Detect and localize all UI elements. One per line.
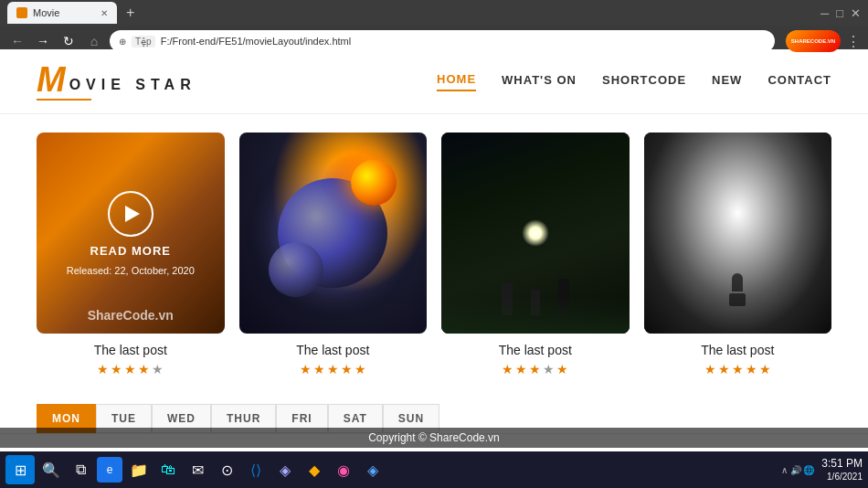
cards-section: READ MORE Released: 22, October, 2020 Sh…	[0, 114, 868, 395]
edge-icon[interactable]: e	[97, 457, 122, 483]
card-title-3: The last post	[499, 343, 572, 357]
browser-tab[interactable]: Movie ✕	[7, 2, 117, 24]
app8-icon[interactable]: ◉	[331, 457, 356, 483]
meteor-shape	[351, 160, 397, 206]
card-overlay-1: READ MORE Released: 22, October, 2020	[37, 133, 225, 334]
card-image-3[interactable]	[441, 133, 630, 334]
clock-time: 3:51 PM	[821, 457, 863, 472]
home-button[interactable]: ⌂	[84, 31, 104, 51]
clock-date: 1/6/2021	[821, 471, 863, 483]
card-stars-2: ★ ★ ★ ★ ★	[300, 362, 366, 377]
browser-controls: ← → ↻ ⌂ ⊕ Tệp F:/Front-end/FE51/movieLay…	[0, 26, 868, 57]
nav-item-home[interactable]: HOME	[437, 72, 476, 91]
taskbar-clock[interactable]: 3:51 PM 1/6/2021	[821, 457, 863, 483]
app6-icon[interactable]: ◈	[272, 457, 298, 483]
day-tabs: MON TUE WED THUR FRI SAT SUN	[0, 395, 868, 434]
start-button[interactable]: ⊞	[5, 455, 35, 484]
star-2-1: ★	[300, 362, 312, 377]
card-3: The last post ★ ★ ★ ★ ★	[441, 133, 630, 377]
explorer-icon[interactable]: 📁	[126, 457, 152, 483]
task-view-icon[interactable]: ⧉	[68, 457, 93, 483]
day-tab-tue[interactable]: TUE	[96, 404, 152, 433]
maximize-button[interactable]: □	[836, 6, 843, 20]
logo: M OVIE STAR	[37, 62, 196, 101]
day-tab-sun[interactable]: SUN	[383, 404, 439, 433]
reflection	[441, 297, 630, 334]
watermark-1: ShareCode.vn	[37, 308, 225, 323]
address-bar[interactable]: ⊕ Tệp F:/Front-end/FE51/movieLayout/inde…	[110, 30, 775, 52]
star-1-1: ★	[97, 362, 109, 377]
card-1: READ MORE Released: 22, October, 2020 Sh…	[37, 133, 225, 377]
lock-icon: ⊕	[119, 37, 126, 47]
back-button[interactable]: ←	[7, 31, 27, 51]
tep-label: Tệp	[132, 36, 155, 48]
star-1-2: ★	[111, 362, 122, 377]
new-tab-button[interactable]: +	[121, 5, 140, 21]
planet-visual	[239, 133, 428, 334]
star-3-5: ★	[556, 362, 568, 377]
logo-m: M	[37, 62, 66, 97]
reload-button[interactable]: ↻	[58, 31, 79, 51]
forward-button[interactable]: →	[33, 31, 53, 51]
star-1-4: ★	[138, 362, 150, 377]
nav-item-contact[interactable]: CONTACT	[767, 73, 831, 90]
play-icon-1	[125, 206, 140, 222]
address-text: F:/Front-end/FE51/movieLayout/index.html	[161, 36, 351, 47]
nav-item-shortcode[interactable]: SHORTCODE	[602, 73, 686, 90]
store-icon[interactable]: 🛍	[155, 457, 181, 483]
star-3-2: ★	[515, 362, 527, 377]
logo-underline	[37, 99, 91, 101]
card-image-4[interactable]	[644, 133, 832, 334]
day-tab-fri[interactable]: FRI	[276, 404, 327, 433]
card-image-2[interactable]	[239, 133, 428, 334]
star-1-5: ★	[152, 362, 164, 377]
star-3-1: ★	[502, 362, 513, 377]
card-stars-1: ★ ★ ★ ★ ★	[97, 362, 164, 377]
vscode-icon[interactable]: ⟨⟩	[243, 457, 269, 483]
browser-chrome: Movie ✕ + ─ □ ✕ ← → ↻ ⌂ ⊕ Tệp F:/Front-e…	[0, 0, 868, 49]
day-tab-sat[interactable]: SAT	[328, 404, 383, 433]
search-taskbar-icon[interactable]: 🔍	[38, 457, 64, 483]
logo-text: OVIE STAR	[69, 77, 196, 93]
star-4-4: ★	[746, 362, 757, 377]
person-silhouette	[729, 273, 746, 306]
tab-bar: Movie ✕ + ─ □ ✕	[0, 0, 868, 26]
taskbar: ⊞ 🔍 ⧉ e 📁 🛍 ✉ ⊙ ⟨⟩ ◈ ◆ ◉ ◈ ∧ 🔊 🌐 3:51 PM…	[0, 451, 868, 488]
star-4-5: ★	[759, 362, 771, 377]
card-image-1[interactable]: READ MORE Released: 22, October, 2020 Sh…	[37, 133, 225, 334]
site-nav: HOME WHAT'S ON SHORTCODE NEW CONTACT	[437, 72, 831, 91]
nav-item-whats-on[interactable]: WHAT'S ON	[502, 73, 577, 90]
close-window-button[interactable]: ✕	[851, 6, 861, 20]
extensions-button[interactable]: ⋮	[846, 33, 861, 50]
tab-favicon	[16, 7, 27, 18]
minimize-button[interactable]: ─	[820, 6, 829, 20]
system-tray: ∧ 🔊 🌐	[781, 465, 815, 475]
star-4-2: ★	[718, 362, 730, 377]
app7-icon[interactable]: ◆	[302, 457, 327, 483]
taskbar-right: ∧ 🔊 🌐 3:51 PM 1/6/2021	[781, 457, 863, 483]
tab-label: Movie	[33, 7, 59, 18]
card-title-4: The last post	[701, 343, 774, 357]
day-tab-wed[interactable]: WED	[152, 404, 211, 433]
sharecode-logo: SHARECODE.VN	[786, 30, 841, 52]
chrome-icon[interactable]: ⊙	[214, 457, 239, 483]
star-1-3: ★	[124, 362, 136, 377]
app9-icon[interactable]: ◈	[360, 457, 386, 483]
cards-grid: READ MORE Released: 22, October, 2020 Sh…	[37, 133, 831, 377]
site-header: M OVIE STAR HOME WHAT'S ON SHORTCODE NEW…	[0, 49, 868, 114]
mail-icon[interactable]: ✉	[185, 457, 210, 483]
nav-item-new[interactable]: NEW	[712, 73, 742, 90]
star-4-1: ★	[704, 362, 716, 377]
card-stars-3: ★ ★ ★ ★ ★	[502, 362, 568, 377]
star-4-3: ★	[732, 362, 744, 377]
tab-close-button[interactable]: ✕	[101, 8, 108, 18]
star-2-5: ★	[355, 362, 366, 377]
star-2-3: ★	[327, 362, 339, 377]
card-stars-4: ★ ★ ★ ★ ★	[704, 362, 771, 377]
card-title-1: The last post	[94, 343, 167, 357]
read-more-label[interactable]: READ MORE	[90, 244, 171, 258]
day-tab-thur[interactable]: THUR	[211, 404, 276, 433]
day-tab-mon[interactable]: MON	[37, 404, 96, 433]
star-2-2: ★	[313, 362, 325, 377]
play-button-1[interactable]	[108, 191, 153, 237]
